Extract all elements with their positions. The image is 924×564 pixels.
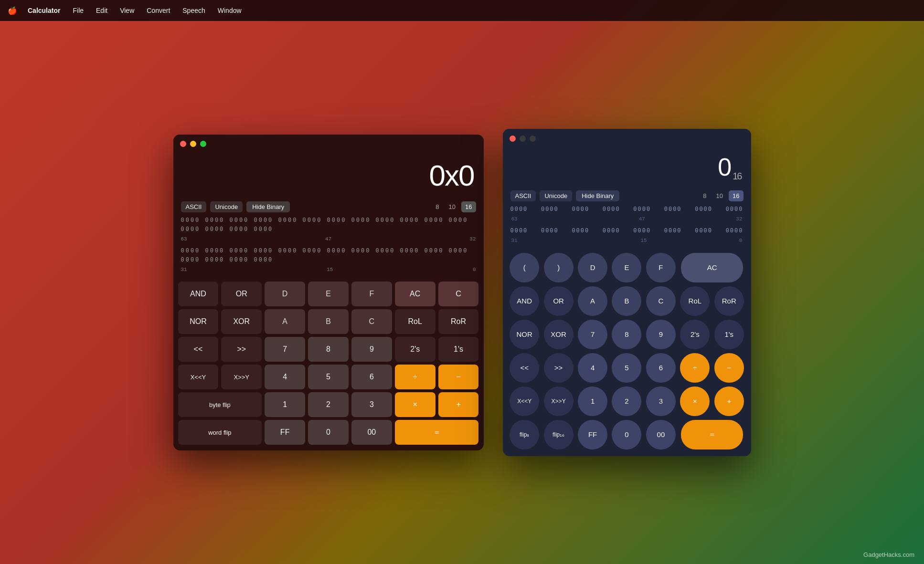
4-button-right[interactable]: 4 <box>578 353 607 383</box>
ones-comp-button-right[interactable]: 1's <box>714 320 744 349</box>
c-button-left[interactable]: C <box>438 282 479 306</box>
d-button-right[interactable]: D <box>578 253 607 282</box>
9-button-left[interactable]: 9 <box>351 337 392 362</box>
2-button-right[interactable]: 2 <box>612 386 641 416</box>
byte-flip-button-left[interactable]: byte flip <box>178 392 262 417</box>
ror-button-right[interactable]: RoR <box>714 286 744 316</box>
0-button-right[interactable]: 0 <box>612 420 641 449</box>
d-button-left[interactable]: D <box>265 282 305 306</box>
divide-button-right[interactable]: ÷ <box>680 353 710 383</box>
rshift-button-right[interactable]: >> <box>544 353 574 383</box>
lshift-button-right[interactable]: << <box>510 353 539 383</box>
divide-button-left[interactable]: ÷ <box>395 365 435 389</box>
xlshifty-button-right[interactable]: X<<Y <box>510 386 539 416</box>
rparen-button-right[interactable]: ) <box>544 253 574 282</box>
7-button-right[interactable]: 7 <box>578 320 607 349</box>
xor-button-left[interactable]: XOR <box>221 309 262 334</box>
ascii-button-right[interactable]: ASCII <box>510 190 536 201</box>
or-button-left[interactable]: OR <box>221 282 262 306</box>
ascii-button-left[interactable]: ASCII <box>181 201 207 212</box>
00-button-left[interactable]: 00 <box>351 420 392 445</box>
1-button-right[interactable]: 1 <box>578 386 607 416</box>
or-button-right[interactable]: OR <box>544 286 574 316</box>
8-button-left[interactable]: 8 <box>308 337 349 362</box>
menu-edit-left[interactable]: Edit <box>94 6 109 15</box>
e-button-right[interactable]: E <box>612 253 641 282</box>
equals-button-left[interactable]: ＝ <box>395 420 479 445</box>
flip16-button-right[interactable]: flip₁₆ <box>544 420 574 449</box>
minus-button-left[interactable]: − <box>438 365 479 389</box>
unicode-button-left[interactable]: Unicode <box>210 201 243 212</box>
c-hex-button-right[interactable]: C <box>646 286 676 316</box>
base8-button-left[interactable]: 8 <box>432 201 443 212</box>
maximize-button-left[interactable] <box>200 141 206 147</box>
minimize-button-right[interactable] <box>520 136 526 142</box>
unicode-button-right[interactable]: Unicode <box>540 190 572 201</box>
5-button-left[interactable]: 5 <box>308 365 349 389</box>
twos-comp-button-left[interactable]: 2's <box>395 337 435 362</box>
rol-button-right[interactable]: RoL <box>680 286 710 316</box>
app-name-left[interactable]: Calculator <box>26 6 62 15</box>
ones-comp-button-left[interactable]: 1's <box>438 337 479 362</box>
6-button-right[interactable]: 6 <box>646 353 676 383</box>
9-button-right[interactable]: 9 <box>646 320 676 349</box>
6-button-left[interactable]: 6 <box>351 365 392 389</box>
hide-binary-button-right[interactable]: Hide Binary <box>576 190 619 201</box>
xor-button-right[interactable]: XOR <box>544 320 574 349</box>
lparen-button-right[interactable]: ( <box>510 253 539 282</box>
twos-comp-button-right[interactable]: 2's <box>680 320 710 349</box>
close-button-right[interactable] <box>510 136 516 142</box>
nor-button-right[interactable]: NOR <box>510 320 539 349</box>
ac-button-left[interactable]: AC <box>395 282 435 306</box>
e-button-left[interactable]: E <box>308 282 349 306</box>
3-button-left[interactable]: 3 <box>351 392 392 417</box>
base8-button-right[interactable]: 8 <box>699 190 710 201</box>
xrshifty-button-right[interactable]: X>>Y <box>544 386 574 416</box>
base16-button-left[interactable]: 16 <box>461 201 476 212</box>
ror-button-left[interactable]: RoR <box>438 309 479 334</box>
menu-view-left[interactable]: View <box>118 6 136 15</box>
menu-speech-left[interactable]: Speech <box>181 6 207 15</box>
5-button-right[interactable]: 5 <box>612 353 641 383</box>
and-button-left[interactable]: AND <box>178 282 219 306</box>
4-button-left[interactable]: 4 <box>265 365 305 389</box>
close-button-left[interactable] <box>180 141 186 147</box>
and-button-right[interactable]: AND <box>510 286 539 316</box>
1-button-left[interactable]: 1 <box>265 392 305 417</box>
a-button-left[interactable]: A <box>265 309 305 334</box>
plus-button-left[interactable]: + <box>438 392 479 417</box>
base10-button-left[interactable]: 10 <box>445 201 459 212</box>
plus-button-right[interactable]: + <box>714 386 744 416</box>
minimize-button-left[interactable] <box>190 141 196 147</box>
menu-window-left[interactable]: Window <box>216 6 244 15</box>
multiply-button-left[interactable]: × <box>395 392 435 417</box>
equals-button-right[interactable]: ＝ <box>681 420 743 449</box>
8-button-right[interactable]: 8 <box>612 320 641 349</box>
a-button-right[interactable]: A <box>578 286 607 316</box>
maximize-button-right[interactable] <box>530 136 536 142</box>
c-hex-button-left[interactable]: C <box>351 309 392 334</box>
b-button-left[interactable]: B <box>308 309 349 334</box>
2-button-left[interactable]: 2 <box>308 392 349 417</box>
minus-button-right[interactable]: − <box>714 353 744 383</box>
00-button-right[interactable]: 00 <box>646 420 676 449</box>
ff-button-right[interactable]: FF <box>578 420 607 449</box>
xrshifty-button-left[interactable]: X>>Y <box>221 365 262 389</box>
b-button-right[interactable]: B <box>612 286 641 316</box>
7-button-left[interactable]: 7 <box>265 337 305 362</box>
f-button-right[interactable]: F <box>646 253 676 282</box>
word-flip-button-left[interactable]: word flip <box>178 420 262 445</box>
apple-menu-icon[interactable]: 🍎 <box>8 6 17 15</box>
menu-file-left[interactable]: File <box>71 6 85 15</box>
hide-binary-button-left[interactable]: Hide Binary <box>246 201 290 212</box>
rshift-button-left[interactable]: >> <box>221 337 262 362</box>
flip8-button-right[interactable]: flip₈ <box>510 420 539 449</box>
ac-button-right[interactable]: AC <box>681 253 743 282</box>
rol-button-left[interactable]: RoL <box>395 309 435 334</box>
xlshifty-button-left[interactable]: X<<Y <box>178 365 219 389</box>
0-button-left[interactable]: 0 <box>308 420 349 445</box>
base10-button-right[interactable]: 10 <box>712 190 727 201</box>
3-button-right[interactable]: 3 <box>646 386 676 416</box>
multiply-button-right[interactable]: × <box>680 386 710 416</box>
menu-convert-left[interactable]: Convert <box>145 6 172 15</box>
